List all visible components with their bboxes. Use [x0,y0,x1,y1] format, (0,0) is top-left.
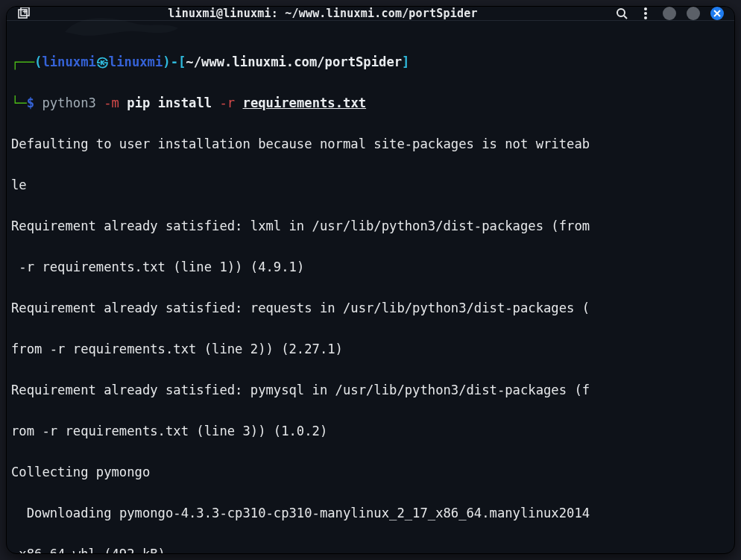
output-line: from -r requirements.txt (line 2)) (2.27… [11,339,730,360]
svg-line-5 [624,16,627,19]
output-line: Requirement already satisfied: pymysql i… [11,380,730,401]
output-line: rom -r requirements.txt (line 3)) (1.0.2… [11,421,730,442]
terminal-window: linuxmi@linuxmi: ~/www.linuxmi.com/portS… [6,6,735,554]
minimize-icon[interactable] [663,7,676,20]
output-line: Requirement already satisfied: requests … [11,298,730,319]
output-line: le [11,175,730,196]
close-icon[interactable] [710,7,724,20]
search-icon[interactable] [615,7,628,20]
terminal-body[interactable]: ┌──(linuxmi㉿linuxmi)-[~/www.linuxmi.com/… [7,21,734,554]
output-line: Collecting pymongo [11,462,730,483]
svg-point-4 [617,9,625,16]
titlebar: linuxmi@linuxmi: ~/www.linuxmi.com/portS… [7,7,734,21]
output-line: _x86_64.whl (492 kB) [11,544,730,555]
svg-point-7 [644,12,647,15]
prompt-line-1: ┌──(linuxmi㉿linuxmi)-[~/www.linuxmi.com/… [11,52,730,73]
new-tab-icon[interactable] [17,7,31,20]
output-line: Defaulting to user installation because … [11,134,730,155]
output-line: Requirement already satisfied: lxml in /… [11,216,730,237]
svg-point-6 [644,7,647,10]
output-line: -r requirements.txt (line 1)) (4.9.1) [11,257,730,278]
prompt-line-2: └─$ python3 -m pip install -r requiremen… [11,93,730,114]
maximize-icon[interactable] [687,7,700,20]
svg-rect-0 [19,10,27,18]
output-line: Downloading pymongo-4.3.3-cp310-cp310-ma… [11,503,730,524]
svg-point-8 [644,16,647,19]
menu-icon[interactable] [639,7,652,20]
window-title: linuxmi@linuxmi: ~/www.linuxmi.com/portS… [168,7,477,20]
